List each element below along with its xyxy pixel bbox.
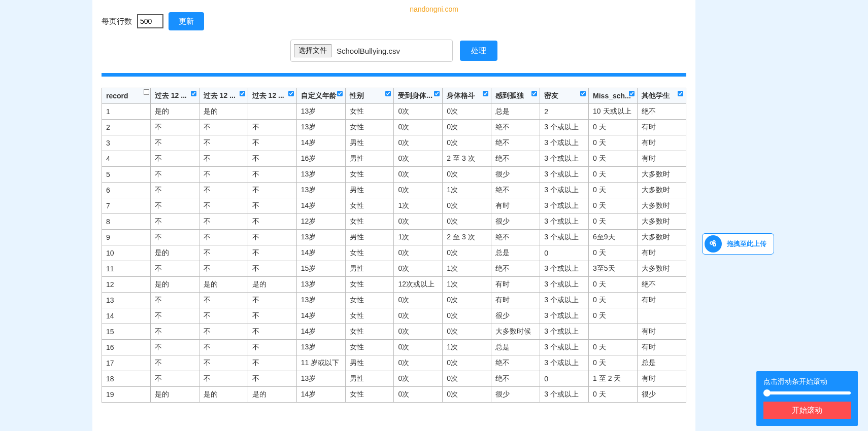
table-cell[interactable]: 不 [248,214,296,230]
table-cell[interactable]: 1次 [443,183,491,198]
table-cell[interactable]: 0次 [394,245,443,261]
column-header[interactable]: record [102,88,151,104]
table-cell[interactable]: 是的 [150,387,199,403]
table-cell[interactable]: 14 [102,308,151,324]
table-cell[interactable]: 13岁 [296,293,345,308]
table-cell[interactable]: 0次 [394,120,443,135]
table-cell[interactable]: 大多数时 [637,214,686,230]
table-cell[interactable]: 0 天 [589,135,638,151]
column-header[interactable]: 受到身体... [394,88,443,104]
table-cell[interactable]: 不 [199,371,248,387]
column-header[interactable]: 自定义年龄 [296,88,345,104]
table-cell[interactable]: 10 [102,245,151,261]
table-cell[interactable]: 3 个或以上 [540,261,589,277]
table-cell[interactable]: 绝不 [491,371,540,387]
table-cell[interactable]: 绝不 [491,230,540,245]
table-cell[interactable]: 0次 [443,324,491,340]
table-cell[interactable]: 男性 [345,151,394,167]
column-header[interactable]: 过去 12 ... [248,88,296,104]
table-cell[interactable]: 3 个或以上 [540,277,589,293]
column-checkbox[interactable] [337,91,343,96]
table-cell[interactable]: 有时 [637,293,686,308]
table-cell[interactable]: 16岁 [296,151,345,167]
table-cell[interactable]: 3 个或以上 [540,214,589,230]
table-cell[interactable]: 不 [199,135,248,151]
column-header[interactable]: 身体格斗 [443,88,491,104]
column-header[interactable]: 性别 [345,88,394,104]
table-cell[interactable]: 0次 [443,135,491,151]
table-cell[interactable]: 0 天 [589,340,638,355]
table-cell[interactable]: 0次 [443,214,491,230]
table-cell[interactable]: 0次 [443,355,491,371]
rows-per-page-input[interactable] [137,14,163,28]
table-cell[interactable]: 有时 [637,371,686,387]
table-cell[interactable]: 12岁 [296,214,345,230]
table-cell[interactable]: 0次 [394,387,443,403]
table-cell[interactable]: 很少 [491,167,540,183]
column-checkbox[interactable] [144,89,149,95]
table-cell[interactable]: 14岁 [296,387,345,403]
table-cell[interactable]: 大多数时 [637,230,686,245]
table-cell[interactable]: 不 [150,151,199,167]
table-cell[interactable]: 有时 [637,245,686,261]
column-header[interactable]: 感到孤独 [491,88,540,104]
table-cell[interactable]: 1次 [443,340,491,355]
table-cell[interactable]: 0次 [443,371,491,387]
table-cell[interactable]: 0 [540,371,589,387]
table-cell[interactable]: 13岁 [296,120,345,135]
table-cell[interactable]: 0次 [394,308,443,324]
table-cell[interactable]: 绝不 [491,261,540,277]
table-cell[interactable]: 1次 [443,261,491,277]
column-header[interactable]: 过去 12 ... [150,88,199,104]
table-cell[interactable]: 1次 [443,277,491,293]
table-cell[interactable]: 大多数时 [637,167,686,183]
table-cell[interactable]: 女性 [345,120,394,135]
table-cell[interactable]: 0次 [394,340,443,355]
table-cell[interactable]: 3 个或以上 [540,120,589,135]
table-cell[interactable]: 总是 [491,245,540,261]
table-cell[interactable]: 绝不 [637,104,686,120]
table-cell[interactable]: 0 天 [589,245,638,261]
table-cell[interactable]: 男性 [345,261,394,277]
table-cell[interactable]: 有时 [637,340,686,355]
table-cell[interactable]: 不 [248,198,296,214]
table-cell[interactable]: 不 [199,198,248,214]
table-cell[interactable]: 18 [102,371,151,387]
table-cell[interactable]: 16 [102,340,151,355]
table-cell[interactable]: 是的 [199,277,248,293]
table-cell[interactable]: 是的 [150,277,199,293]
table-cell[interactable]: 是的 [199,387,248,403]
table-cell[interactable]: 男性 [345,135,394,151]
table-cell[interactable]: 0 天 [589,293,638,308]
table-cell[interactable]: 总是 [637,355,686,371]
table-cell[interactable]: 男性 [345,230,394,245]
table-cell[interactable]: 总是 [491,104,540,120]
scroll-speed-slider[interactable] [763,391,851,394]
table-cell[interactable]: 绝不 [491,135,540,151]
table-cell[interactable]: 3 个或以上 [540,198,589,214]
table-cell[interactable]: 女性 [345,324,394,340]
table-cell[interactable]: 2 至 3 次 [443,151,491,167]
table-cell[interactable]: 女性 [345,387,394,403]
table-cell[interactable]: 不 [199,324,248,340]
table-cell[interactable]: 女性 [345,245,394,261]
table-cell[interactable]: 不 [248,230,296,245]
table-cell[interactable]: 0次 [443,120,491,135]
table-cell[interactable]: 0 天 [589,387,638,403]
table-cell[interactable]: 1次 [394,198,443,214]
table-cell[interactable]: 14岁 [296,245,345,261]
table-cell[interactable]: 不 [248,151,296,167]
table-cell[interactable]: 12 [102,277,151,293]
table-cell[interactable]: 有时 [637,120,686,135]
table-cell[interactable]: 不 [150,135,199,151]
table-cell[interactable]: 14岁 [296,308,345,324]
table-cell[interactable]: 男性 [345,183,394,198]
table-cell[interactable]: 0次 [394,104,443,120]
table-cell[interactable]: 0 天 [589,277,638,293]
table-cell[interactable]: 不 [199,355,248,371]
table-cell[interactable]: 不 [248,355,296,371]
table-cell[interactable]: 6至9天 [589,230,638,245]
table-cell[interactable]: 不 [199,308,248,324]
table-cell[interactable]: 不 [150,198,199,214]
table-cell[interactable]: 11 [102,261,151,277]
